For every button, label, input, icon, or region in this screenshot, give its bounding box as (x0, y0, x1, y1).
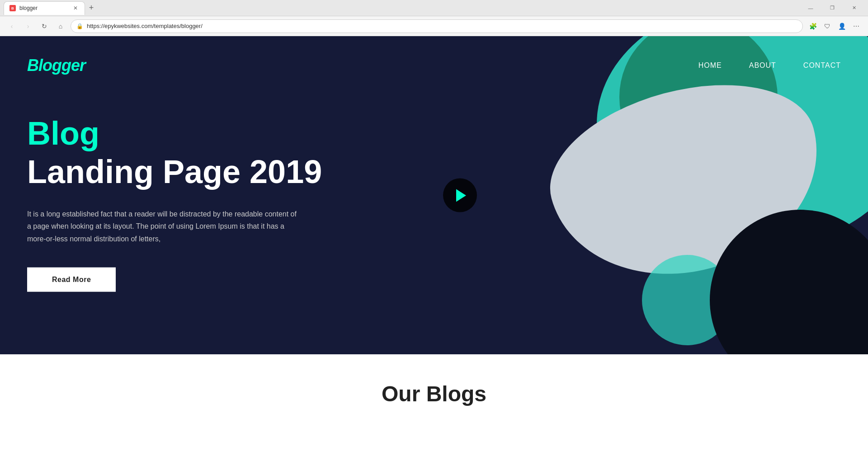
our-blogs-title: Our Blogs (0, 381, 868, 406)
title-bar: B blogger ✕ + — ❐ ✕ (0, 0, 868, 16)
tab-favicon: B (9, 5, 16, 11)
window-controls: — ❐ ✕ (800, 0, 864, 16)
url-text: https://epykwebsites.com/templates/blogg… (87, 23, 203, 29)
lock-icon: 🔒 (76, 23, 83, 29)
hero-title: Landing Page 2019 (27, 154, 322, 190)
browser-controls: ‹ › ↻ ⌂ 🔒 https://epykwebsites.com/templ… (0, 16, 868, 36)
close-button[interactable]: ✕ (844, 0, 864, 16)
address-bar[interactable]: 🔒 https://epykwebsites.com/templates/blo… (71, 19, 803, 33)
back-button[interactable]: ‹ (5, 20, 18, 33)
maximize-button[interactable]: ❐ (822, 0, 843, 16)
play-button[interactable] (443, 179, 477, 212)
forward-button[interactable]: › (22, 20, 34, 33)
nav-link-home[interactable]: HOME (698, 61, 722, 69)
hero-description: It is a long established fact that a rea… (27, 208, 298, 245)
extensions-button[interactable]: 🧩 (807, 20, 819, 33)
nav-links: HOME ABOUT CONTACT (698, 61, 841, 70)
site-logo[interactable]: Blogger (27, 56, 85, 75)
new-tab-button[interactable]: + (85, 2, 98, 14)
nav-item-contact[interactable]: CONTACT (803, 61, 841, 70)
menu-button[interactable]: ⋯ (850, 20, 863, 33)
minimize-button[interactable]: — (800, 0, 821, 16)
hero-section: Blogger HOME ABOUT CONTACT Blog Landing … (0, 36, 868, 354)
profile-button[interactable]: 👤 (835, 20, 848, 33)
nav-link-about[interactable]: ABOUT (749, 61, 776, 69)
browser-tab[interactable]: B blogger ✕ (4, 1, 85, 15)
read-more-button[interactable]: Read More (27, 267, 116, 291)
nav-item-about[interactable]: ABOUT (749, 61, 776, 70)
hero-blog-label: Blog (27, 117, 322, 150)
hero-content: Blog Landing Page 2019 It is a long esta… (27, 117, 322, 292)
navbar: Blogger HOME ABOUT CONTACT (0, 36, 868, 95)
tab-title: blogger (19, 5, 38, 11)
browser-actions: 🧩 🛡 👤 ⋯ (807, 20, 863, 33)
home-button[interactable]: ⌂ (54, 20, 67, 33)
browser-window: B blogger ✕ + — ❐ ✕ ‹ › ↻ ⌂ 🔒 https://ep… (0, 0, 868, 415)
play-icon (456, 189, 466, 202)
nav-item-home[interactable]: HOME (698, 61, 722, 70)
shield-button[interactable]: 🛡 (821, 20, 834, 33)
nav-link-contact[interactable]: CONTACT (803, 61, 841, 69)
tab-close-button[interactable]: ✕ (72, 5, 79, 12)
refresh-button[interactable]: ↻ (38, 20, 51, 33)
below-fold-section: Our Blogs (0, 354, 868, 415)
